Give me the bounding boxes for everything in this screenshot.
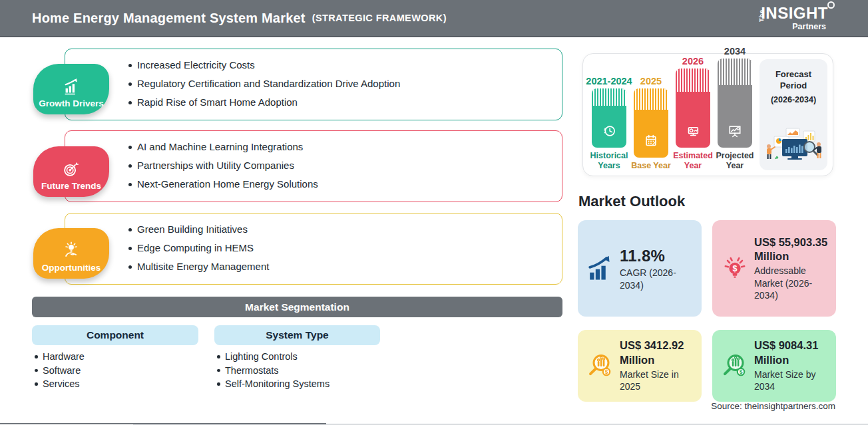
forecast-period-panel: Forecast Period (2026-2034) (760, 59, 827, 170)
future-trends-box: AI and Machine Learning Integrations Par… (65, 130, 562, 202)
list-item: Edge Computing in HEMS (127, 239, 562, 257)
column-header: Component (32, 325, 198, 345)
magnifier-chart-orange-icon: $ (583, 351, 618, 380)
source-attribution: Source: theinsightpartners.com (711, 401, 835, 411)
bottom-divider-dark (0, 423, 326, 424)
addressable-market-value: US$ 55,903.35 Million (754, 235, 829, 265)
opportunities-list: Green Building Initiatives Edge Computin… (65, 213, 562, 276)
list-item: Self-Monitoring Systems (216, 377, 380, 391)
list-item: Green Building Initiatives (127, 220, 562, 239)
list-item: Thermostats (216, 364, 380, 378)
timeline-bars: 2021-2024 Historical Years 2025 (592, 46, 752, 172)
infographic: Home Energy Management System Market (ST… (0, 0, 868, 425)
opportunities-badge: Opportunities (33, 228, 109, 279)
timeline-card: 2021-2024 Historical Years 2025 (582, 53, 833, 176)
bar-caption: Estimated Year (672, 151, 714, 172)
market-size-2025-card: $ US$ 3412.92 Million Market Size in 202… (578, 330, 702, 402)
projection-screen-icon (726, 122, 744, 140)
magnifier-lens-icon (827, 1, 835, 9)
header-bar: Home Energy Management System Market (ST… (0, 0, 868, 37)
badge-label: Growth Drivers (39, 98, 104, 108)
market-size-2034-label: Market Size by 2034 (754, 368, 829, 393)
svg-text:$: $ (740, 368, 743, 375)
addressable-market-card: $ US$ 55,903.35 Million Addressable Mark… (712, 220, 836, 317)
cagr-value: 11.8% (620, 245, 695, 267)
bar (634, 88, 668, 158)
page-subtitle: (STRATEGIC FRAMEWORK) (312, 13, 447, 23)
growth-chart-icon (61, 75, 81, 98)
list-item: Rapid Rise of Smart Home Adoption (127, 93, 562, 112)
history-clock-icon (600, 122, 618, 140)
market-outlook-title: Market Outlook (578, 193, 685, 210)
bar (718, 59, 752, 148)
cagr-label: CAGR (2026-2034) (620, 267, 695, 291)
bar-caption: Historical Years (588, 151, 630, 172)
estimate-monitor-icon (684, 122, 702, 140)
svg-text:$: $ (732, 263, 737, 273)
future-trends-badge: Future Trends (33, 146, 109, 197)
badge-label: Opportunities (42, 263, 101, 273)
timeline-bar-historical: 2021-2024 Historical Years (592, 76, 626, 172)
year-label: 2034 (724, 46, 746, 57)
column-header: System Type (214, 325, 380, 345)
list-item: AI and Machine Learning Integrations (127, 138, 562, 156)
year-label: 2026 (682, 56, 704, 67)
forecast-period-title: Forecast Period (760, 69, 827, 92)
list-item: Multisite Energy Management (127, 257, 562, 276)
system-type-list: Lighting Controls Thermostats Self-Monit… (214, 350, 380, 391)
list-item: Next-Generation Home Energy Solutions (127, 175, 562, 194)
market-segmentation-bar: Market Segmentation (32, 297, 562, 317)
market-segmentation-title: Market Segmentation (245, 301, 349, 313)
future-trends-list: AI and Machine Learning Integrations Par… (65, 131, 562, 194)
bar (676, 69, 710, 148)
market-size-2034-card: $ US$ 9084.31 Million Market Size by 203… (712, 330, 836, 402)
timeline-bar-base: 2025 (634, 76, 668, 172)
growth-bars-icon (583, 253, 618, 284)
growth-drivers-box: Increased Electricity Costs Regulatory C… (65, 49, 562, 120)
market-size-2025-label: Market Size in 2025 (620, 368, 695, 393)
market-size-2025-value: US$ 3412.92 Million (620, 339, 695, 368)
addressable-market-label: Addressable Market (2026-2034) (754, 265, 829, 301)
magnifier-chart-green-icon: $ (718, 351, 752, 380)
list-item: Software (34, 364, 198, 378)
growth-drivers-list: Increased Electricity Costs Regulatory C… (65, 49, 562, 112)
year-label: 2025 (640, 76, 662, 86)
insight-partners-logo: The INSIGHT Partners (761, 5, 839, 31)
list-item: Lighting Controls (216, 350, 380, 364)
bar (592, 88, 626, 148)
segmentation-column-system-type: System Type Lighting Controls Thermostat… (214, 325, 380, 391)
bar-caption: Projected Year (714, 151, 756, 172)
bulb-hand-icon (61, 239, 81, 262)
timeline-bar-estimated: 2026 Estimated Year (676, 56, 710, 172)
target-dart-icon (61, 158, 81, 180)
year-label: 2021-2024 (586, 76, 632, 86)
logo-insight: INSIGHT (761, 5, 828, 21)
component-list: Hardware Software Services (32, 350, 198, 391)
growth-drivers-badge: Growth Drivers (33, 64, 109, 114)
timeline-bar-projected: 2034 Projected Year (718, 46, 752, 172)
cagr-card: 11.8% CAGR (2026-2034) (578, 220, 702, 317)
opportunities-box: Green Building Initiatives Edge Computin… (65, 213, 562, 285)
segmentation-column-component: Component Hardware Software Services (32, 325, 198, 391)
calendar-icon (642, 132, 660, 150)
list-item: Hardware (34, 350, 198, 364)
badge-label: Future Trends (41, 181, 101, 191)
list-item: Increased Electricity Costs (127, 56, 562, 74)
list-item: Regulatory Certification and Standardiza… (127, 74, 562, 93)
list-item: Services (34, 377, 198, 391)
list-item: Partnerships with Utility Companies (127, 156, 562, 175)
market-size-2034-value: US$ 9084.31 Million (754, 339, 829, 368)
dollar-bulb-icon: $ (718, 255, 752, 283)
forecast-period-range: (2026-2034) (760, 95, 827, 104)
svg-text:$: $ (605, 368, 608, 375)
page-title: Home Energy Management System Market (32, 11, 306, 26)
logo-partners: Partners (761, 23, 828, 31)
bar-caption: Base Year (630, 161, 672, 172)
analytics-illustration (762, 127, 825, 168)
